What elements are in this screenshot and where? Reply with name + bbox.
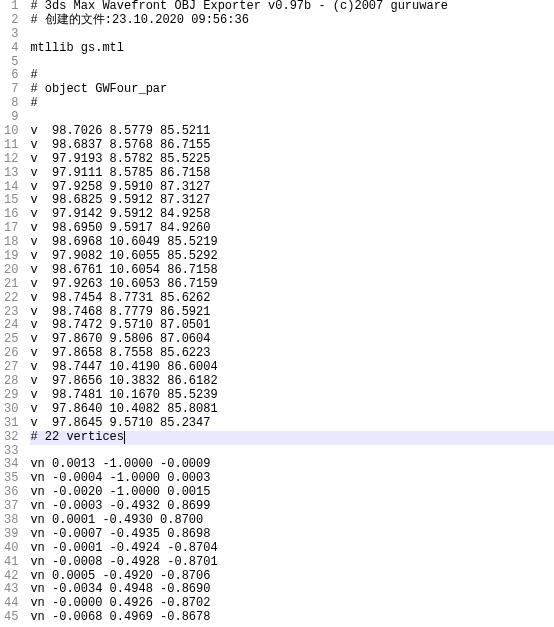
- line-number: 32: [4, 431, 18, 445]
- code-line[interactable]: # 3ds Max Wavefront OBJ Exporter v0.97b …: [30, 0, 554, 14]
- line-number: 7: [4, 83, 18, 97]
- line-number: 28: [4, 375, 18, 389]
- line-number: 26: [4, 347, 18, 361]
- code-line[interactable]: v 98.6761 10.6054 86.7158: [30, 264, 554, 278]
- line-number: 25: [4, 333, 18, 347]
- code-line[interactable]: [30, 111, 554, 125]
- line-number: 3: [4, 28, 18, 42]
- code-line[interactable]: vn -0.0001 -0.4924 -0.8704: [30, 542, 554, 556]
- code-line[interactable]: mtllib gs.mtl: [30, 42, 554, 56]
- code-line[interactable]: v 97.9142 9.5912 84.9258: [30, 208, 554, 222]
- line-number: 9: [4, 111, 18, 125]
- code-line[interactable]: [30, 28, 554, 42]
- line-number: 31: [4, 417, 18, 431]
- code-line[interactable]: v 98.7468 8.7779 86.5921: [30, 306, 554, 320]
- line-number: 24: [4, 319, 18, 333]
- code-line[interactable]: v 98.6825 9.5912 87.3127: [30, 194, 554, 208]
- line-number: 45: [4, 611, 18, 625]
- code-line[interactable]: #: [30, 69, 554, 83]
- line-number: 10: [4, 125, 18, 139]
- line-number: 38: [4, 514, 18, 528]
- code-line[interactable]: [30, 56, 554, 70]
- code-line[interactable]: v 98.6968 10.6049 85.5219: [30, 236, 554, 250]
- line-number: 5: [4, 56, 18, 70]
- code-line[interactable]: v 97.9082 10.6055 85.5292: [30, 250, 554, 264]
- line-number: 13: [4, 167, 18, 181]
- line-number: 35: [4, 472, 18, 486]
- line-number: 37: [4, 500, 18, 514]
- line-number: 36: [4, 486, 18, 500]
- line-number: 22: [4, 292, 18, 306]
- code-line[interactable]: # 创建的文件:23.10.2020 09:56:36: [30, 14, 554, 28]
- code-line[interactable]: v 97.8670 9.5806 87.0604: [30, 333, 554, 347]
- line-number: 19: [4, 250, 18, 264]
- line-number: 14: [4, 181, 18, 195]
- line-number: 39: [4, 528, 18, 542]
- line-number: 16: [4, 208, 18, 222]
- line-number: 20: [4, 264, 18, 278]
- code-line[interactable]: v 97.9111 8.5785 86.7158: [30, 167, 554, 181]
- line-number: 2: [4, 14, 18, 28]
- line-number: 8: [4, 97, 18, 111]
- line-number: 44: [4, 597, 18, 611]
- code-line[interactable]: vn -0.0020 -1.0000 0.0015: [30, 486, 554, 500]
- line-number: 43: [4, 583, 18, 597]
- code-line[interactable]: v 98.6837 8.5768 86.7155: [30, 139, 554, 153]
- line-number: 42: [4, 570, 18, 584]
- code-line[interactable]: v 97.8656 10.3832 86.6182: [30, 375, 554, 389]
- code-line[interactable]: v 97.9263 10.6053 86.7159: [30, 278, 554, 292]
- code-editor: 1234567891011121314151617181920212223242…: [0, 0, 554, 627]
- code-line[interactable]: vn -0.0007 -0.4935 0.8698: [30, 528, 554, 542]
- line-number: 21: [4, 278, 18, 292]
- line-number: 33: [4, 445, 18, 459]
- line-number: 12: [4, 153, 18, 167]
- code-line[interactable]: v 98.7447 10.4190 86.6004: [30, 361, 554, 375]
- code-line[interactable]: v 98.7472 9.5710 87.0501: [30, 319, 554, 333]
- line-number: 17: [4, 222, 18, 236]
- code-line[interactable]: v 98.7481 10.1670 85.5239: [30, 389, 554, 403]
- code-area[interactable]: # 3ds Max Wavefront OBJ Exporter v0.97b …: [26, 0, 554, 627]
- line-number: 27: [4, 361, 18, 375]
- code-line[interactable]: v 98.7026 8.5779 85.5211: [30, 125, 554, 139]
- code-line[interactable]: vn 0.0013 -1.0000 -0.0009: [30, 458, 554, 472]
- line-number: 41: [4, 556, 18, 570]
- line-number: 4: [4, 42, 18, 56]
- line-number: 29: [4, 389, 18, 403]
- line-number: 18: [4, 236, 18, 250]
- code-line[interactable]: v 98.7454 8.7731 85.6262: [30, 292, 554, 306]
- code-line[interactable]: vn -0.0034 0.4948 -0.8690: [30, 583, 554, 597]
- code-line[interactable]: #: [30, 97, 554, 111]
- line-number: 34: [4, 458, 18, 472]
- line-number: 30: [4, 403, 18, 417]
- code-line[interactable]: [30, 445, 554, 459]
- line-number-gutter: 1234567891011121314151617181920212223242…: [0, 0, 26, 627]
- line-number: 1: [4, 0, 18, 14]
- code-line[interactable]: v 97.9193 8.5782 85.5225: [30, 153, 554, 167]
- line-number: 15: [4, 194, 18, 208]
- code-line[interactable]: vn 0.0005 -0.4920 -0.8706: [30, 570, 554, 584]
- code-line[interactable]: vn -0.0008 -0.4928 -0.8701: [30, 556, 554, 570]
- line-number: 6: [4, 69, 18, 83]
- code-line[interactable]: v 97.8645 9.5710 85.2347: [30, 417, 554, 431]
- code-line[interactable]: vn -0.0068 0.4969 -0.8678: [30, 611, 554, 625]
- text-caret: [124, 431, 125, 444]
- line-number: 23: [4, 306, 18, 320]
- code-line[interactable]: # object GWFour_par: [30, 83, 554, 97]
- line-number: 40: [4, 542, 18, 556]
- line-number: 11: [4, 139, 18, 153]
- code-line[interactable]: # 22 vertices: [30, 431, 554, 445]
- code-line[interactable]: vn 0.0001 -0.4930 0.8700: [30, 514, 554, 528]
- code-line[interactable]: vn -0.0003 -0.4932 0.8699: [30, 500, 554, 514]
- code-line[interactable]: vn -0.0004 -1.0000 0.0003: [30, 472, 554, 486]
- code-line[interactable]: v 97.9258 9.5910 87.3127: [30, 181, 554, 195]
- code-line[interactable]: v 97.8640 10.4082 85.8081: [30, 403, 554, 417]
- code-line[interactable]: v 97.8658 8.7558 85.6223: [30, 347, 554, 361]
- code-line[interactable]: vn -0.0000 0.4926 -0.8702: [30, 597, 554, 611]
- code-line[interactable]: v 98.6950 9.5917 84.9260: [30, 222, 554, 236]
